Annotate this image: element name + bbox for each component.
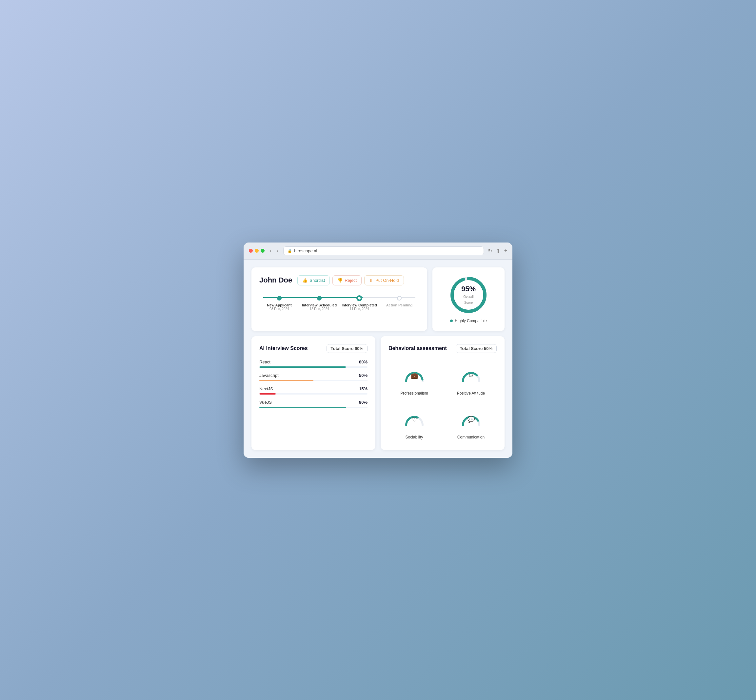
hold-button[interactable]: ⏸ Put On-Hold bbox=[364, 275, 404, 286]
behavioral-header: Behavioral assessment Total Score 50% bbox=[388, 344, 497, 353]
positive-attitude-label: Positive Attitude bbox=[457, 391, 485, 395]
score-card: 95% Overall Score Highly Compatible bbox=[432, 267, 504, 331]
reject-button[interactable]: 👎 Reject bbox=[332, 275, 362, 286]
compatible-dot bbox=[450, 320, 453, 322]
behavior-professionalism: 💼 Professionalism bbox=[388, 359, 440, 398]
reject-icon: 👎 bbox=[337, 278, 343, 283]
donut-center: 95% Overall Score bbox=[459, 285, 478, 305]
skill-react: React 80% bbox=[259, 359, 368, 368]
communication-icon: 💬 bbox=[468, 416, 475, 423]
timeline: New Applicant 08 Dec, 2024 Interview Sch… bbox=[259, 293, 419, 311]
traffic-lights bbox=[249, 249, 265, 253]
close-button[interactable] bbox=[249, 249, 253, 253]
sociability-arc: ♡ bbox=[403, 409, 426, 431]
positive-attitude-arc: ☺ bbox=[460, 365, 482, 388]
professionalism-icon: 💼 bbox=[411, 372, 418, 379]
reject-label: Reject bbox=[344, 278, 357, 283]
communication-label: Communication bbox=[457, 435, 485, 439]
skill-react-name: React bbox=[259, 359, 271, 364]
overall-score-percent: 95% bbox=[459, 285, 478, 293]
refresh-button[interactable]: ↻ bbox=[488, 248, 492, 254]
shortlist-label: Shortlist bbox=[310, 278, 325, 283]
timeline-dot-4 bbox=[397, 296, 402, 300]
ai-total-score-badge: Total Score 90% bbox=[327, 344, 368, 353]
overall-score-label: Overall Score bbox=[463, 295, 474, 305]
ai-total-score-value: 90% bbox=[355, 346, 363, 351]
shortlist-icon: 👍 bbox=[302, 278, 307, 283]
minimize-button[interactable] bbox=[255, 249, 259, 253]
timeline-label-2: Interview Scheduled bbox=[302, 303, 337, 307]
communication-arc: 💬 bbox=[460, 409, 482, 431]
behavioral-card: Behavioral assessment Total Score 50% bbox=[380, 336, 504, 450]
top-section: John Doe 👍 Shortlist 👎 Reject ⏸ Put On bbox=[252, 267, 504, 331]
share-button[interactable]: ⬆ bbox=[496, 248, 500, 254]
skill-javascript: Javascript 50% bbox=[259, 373, 368, 381]
timeline-step-1: New Applicant 08 Dec, 2024 bbox=[259, 296, 299, 311]
compatible-text: Highly Compatible bbox=[455, 319, 487, 323]
new-tab-button[interactable]: + bbox=[504, 248, 507, 254]
hold-label: Put On-Hold bbox=[376, 278, 399, 283]
browser-content: John Doe 👍 Shortlist 👎 Reject ⏸ Put On bbox=[244, 259, 512, 458]
behavioral-total-score-badge: Total Score 50% bbox=[456, 344, 497, 353]
shortlist-button[interactable]: 👍 Shortlist bbox=[297, 275, 330, 286]
behavioral-grid: 💼 Professionalism ☺ Posi bbox=[388, 359, 497, 442]
url-text: hiroscope.ai bbox=[294, 248, 317, 253]
candidate-name: John Doe bbox=[259, 276, 292, 284]
skill-nextjs-name: NextJS bbox=[259, 386, 273, 391]
skill-vuejs-name: VueJS bbox=[259, 400, 272, 405]
maximize-button[interactable] bbox=[261, 249, 265, 253]
timeline-date-2: 12 Dec, 2024 bbox=[310, 307, 329, 311]
candidate-header: John Doe 👍 Shortlist 👎 Reject ⏸ Put On bbox=[259, 275, 419, 286]
positive-attitude-icon: ☺ bbox=[468, 372, 474, 379]
professionalism-arc: 💼 bbox=[403, 365, 426, 388]
sociability-label: Sociability bbox=[405, 435, 423, 439]
hold-icon: ⏸ bbox=[369, 278, 373, 283]
timeline-dot-3 bbox=[357, 296, 362, 300]
skill-vuejs-value: 80% bbox=[359, 400, 368, 405]
timeline-label-1: New Applicant bbox=[267, 303, 291, 307]
timeline-step-4: Action Pending bbox=[379, 296, 419, 311]
bottom-section: AI Interview Scores Total Score 90% Reac… bbox=[252, 336, 504, 450]
timeline-date-1: 08 Dec, 2024 bbox=[269, 307, 289, 311]
timeline-label-4: Action Pending bbox=[386, 303, 413, 307]
back-button[interactable]: ‹ bbox=[269, 247, 273, 254]
browser-toolbar: ‹ › 🔒 hiroscope.ai ↻ ⬆ + bbox=[244, 242, 512, 259]
behavioral-total-score-label: Total Score bbox=[460, 346, 483, 351]
candidate-card: John Doe 👍 Shortlist 👎 Reject ⏸ Put On bbox=[252, 267, 427, 331]
ai-total-score-label: Total Score bbox=[331, 346, 354, 351]
compatible-badge: Highly Compatible bbox=[450, 319, 487, 323]
behavioral-title: Behavioral assessment bbox=[388, 345, 447, 351]
ai-interview-title: AI Interview Scores bbox=[259, 345, 308, 351]
timeline-label-3: Interview Completed bbox=[341, 303, 377, 307]
skill-nextjs-value: 15% bbox=[359, 386, 368, 391]
overall-score-donut: 95% Overall Score bbox=[449, 275, 488, 315]
browser-actions: ↻ ⬆ + bbox=[488, 248, 507, 254]
behavior-communication: 💬 Communication bbox=[445, 403, 497, 442]
sociability-icon: ♡ bbox=[412, 416, 417, 423]
skill-javascript-value: 50% bbox=[359, 373, 368, 378]
forward-button[interactable]: › bbox=[275, 247, 280, 254]
behavioral-total-score-value: 50% bbox=[484, 346, 492, 351]
browser-window: ‹ › 🔒 hiroscope.ai ↻ ⬆ + John Doe 👍 bbox=[244, 242, 512, 458]
behavior-sociability: ♡ Sociability bbox=[388, 403, 440, 442]
timeline-steps: New Applicant 08 Dec, 2024 Interview Sch… bbox=[259, 296, 419, 311]
nav-buttons: ‹ › bbox=[269, 247, 279, 254]
skill-react-value: 80% bbox=[359, 359, 368, 364]
skill-vuejs: VueJS 80% bbox=[259, 400, 368, 408]
timeline-step-2: Interview Scheduled 12 Dec, 2024 bbox=[299, 296, 339, 311]
address-bar[interactable]: 🔒 hiroscope.ai bbox=[283, 247, 484, 255]
skill-nextjs: NextJS 15% bbox=[259, 386, 368, 395]
timeline-date-3: 14 Dec, 2024 bbox=[349, 307, 369, 311]
ai-interview-card: AI Interview Scores Total Score 90% Reac… bbox=[252, 336, 376, 450]
ai-interview-header: AI Interview Scores Total Score 90% bbox=[259, 344, 368, 353]
lock-icon: 🔒 bbox=[288, 249, 292, 253]
timeline-step-3: Interview Completed 14 Dec, 2024 bbox=[339, 296, 379, 311]
action-buttons: 👍 Shortlist 👎 Reject ⏸ Put On-Hold bbox=[297, 275, 404, 286]
behavior-positive-attitude: ☺ Positive Attitude bbox=[445, 359, 497, 398]
skill-javascript-name: Javascript bbox=[259, 373, 279, 378]
timeline-dot-2 bbox=[317, 296, 322, 300]
timeline-dot-1 bbox=[277, 296, 282, 300]
professionalism-label: Professionalism bbox=[400, 391, 428, 395]
